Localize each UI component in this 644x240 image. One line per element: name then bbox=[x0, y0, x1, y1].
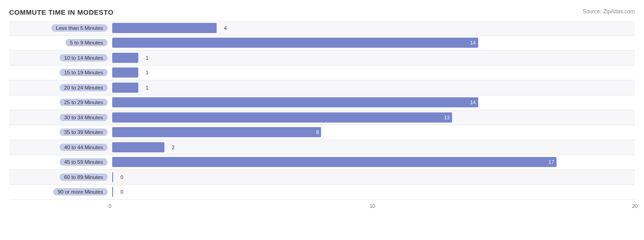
bar-fill: 1 bbox=[112, 83, 138, 93]
bar-row: 20 to 24 Minutes1 bbox=[9, 80, 635, 95]
bar-row: 25 to 29 Minutes14 bbox=[9, 95, 635, 111]
source-label: Source: ZipAtlas.com bbox=[583, 8, 635, 15]
label-pill: 25 to 29 Minutes bbox=[60, 99, 108, 106]
bar-area: 1 bbox=[110, 83, 635, 93]
rows-area: Less than 5 Minutes45 to 9 Minutes1410 t… bbox=[9, 21, 635, 200]
bar-row: 90 or more Minutes0 bbox=[9, 185, 635, 200]
bar-area: 0 bbox=[110, 187, 635, 197]
label-pill: 10 to 14 Minutes bbox=[60, 54, 108, 61]
bar-row: 30 to 34 Minutes13 bbox=[9, 110, 635, 125]
row-label: 45 to 59 Minutes bbox=[9, 158, 110, 166]
row-label: Less than 5 Minutes bbox=[9, 24, 110, 32]
x-axis-tick: 0 bbox=[109, 202, 111, 209]
row-label: 90 or more Minutes bbox=[9, 188, 110, 195]
chart-title: COMMUTE TIME IN MODESTO bbox=[9, 8, 635, 16]
row-label: 25 to 29 Minutes bbox=[9, 99, 110, 106]
bar-value: 17 bbox=[549, 159, 554, 165]
bar-row: 60 to 89 Minutes0 bbox=[9, 170, 635, 185]
bar-fill: 0 bbox=[112, 172, 113, 182]
row-label: 10 to 14 Minutes bbox=[9, 54, 110, 61]
bar-row: 5 to 9 Minutes14 bbox=[9, 36, 635, 51]
label-pill: 15 to 19 Minutes bbox=[60, 69, 108, 76]
x-axis-tick: 20 bbox=[632, 202, 638, 209]
bar-fill: 17 bbox=[112, 157, 557, 167]
bar-row: 45 to 59 Minutes17 bbox=[9, 155, 635, 170]
row-label: 35 to 39 Minutes bbox=[9, 128, 110, 136]
bar-value: 1 bbox=[146, 70, 148, 75]
bar-value: 14 bbox=[470, 40, 475, 45]
bar-fill: 1 bbox=[112, 53, 138, 63]
label-pill: 90 or more Minutes bbox=[53, 188, 108, 195]
label-pill: 40 to 44 Minutes bbox=[60, 144, 108, 151]
bar-value: 1 bbox=[146, 55, 148, 61]
x-axis-tick: 10 bbox=[370, 202, 375, 209]
bar-area: 14 bbox=[110, 38, 635, 48]
label-pill: 20 to 24 Minutes bbox=[60, 84, 108, 91]
bar-fill: 2 bbox=[112, 142, 164, 152]
bar-area: 1 bbox=[110, 53, 635, 63]
bar-row: 40 to 44 Minutes2 bbox=[9, 140, 635, 155]
bar-value: 2 bbox=[172, 145, 175, 150]
x-axis: 01020 bbox=[110, 200, 635, 211]
row-label: 60 to 89 Minutes bbox=[9, 173, 110, 181]
bar-fill: 1 bbox=[112, 67, 138, 78]
bar-fill: 0 bbox=[112, 187, 113, 197]
bar-value: 0 bbox=[120, 174, 123, 180]
label-pill: Less than 5 Minutes bbox=[51, 24, 108, 32]
bar-area: 0 bbox=[110, 172, 635, 182]
bar-area: 17 bbox=[110, 157, 635, 167]
row-label: 20 to 24 Minutes bbox=[9, 84, 110, 91]
chart-area: Less than 5 Minutes45 to 9 Minutes1410 t… bbox=[9, 21, 635, 211]
bar-area: 14 bbox=[110, 97, 635, 107]
bar-value: 0 bbox=[120, 189, 123, 195]
bar-row: Less than 5 Minutes4 bbox=[9, 21, 635, 36]
bar-fill: 14 bbox=[112, 97, 478, 107]
label-pill: 60 to 89 Minutes bbox=[60, 173, 108, 181]
bar-fill: 13 bbox=[112, 112, 452, 123]
label-pill: 5 to 9 Minutes bbox=[65, 39, 108, 46]
label-pill: 45 to 59 Minutes bbox=[60, 158, 108, 166]
bar-value: 8 bbox=[316, 129, 319, 135]
bar-value: 14 bbox=[470, 100, 475, 105]
bar-area: 4 bbox=[110, 23, 635, 33]
bar-value: 13 bbox=[444, 115, 449, 120]
bar-value: 4 bbox=[224, 25, 227, 31]
row-label: 30 to 34 Minutes bbox=[9, 114, 110, 121]
bar-area: 2 bbox=[110, 142, 635, 152]
bar-row: 35 to 39 Minutes8 bbox=[9, 125, 635, 140]
bar-fill: 4 bbox=[112, 23, 217, 33]
chart-container: COMMUTE TIME IN MODESTO Source: ZipAtlas… bbox=[0, 0, 644, 240]
row-label: 15 to 19 Minutes bbox=[9, 69, 110, 76]
bar-area: 1 bbox=[110, 67, 635, 78]
bar-area: 13 bbox=[110, 112, 635, 123]
bar-row: 10 to 14 Minutes1 bbox=[9, 50, 635, 66]
row-label: 40 to 44 Minutes bbox=[9, 144, 110, 151]
row-label: 5 to 9 Minutes bbox=[9, 39, 110, 46]
bar-fill: 14 bbox=[112, 38, 478, 48]
bar-row: 15 to 19 Minutes1 bbox=[9, 66, 635, 81]
label-pill: 35 to 39 Minutes bbox=[60, 128, 108, 136]
label-pill: 30 to 34 Minutes bbox=[60, 114, 108, 121]
bar-fill: 8 bbox=[112, 127, 321, 137]
bar-area: 8 bbox=[110, 127, 635, 137]
bar-value: 1 bbox=[146, 85, 148, 90]
